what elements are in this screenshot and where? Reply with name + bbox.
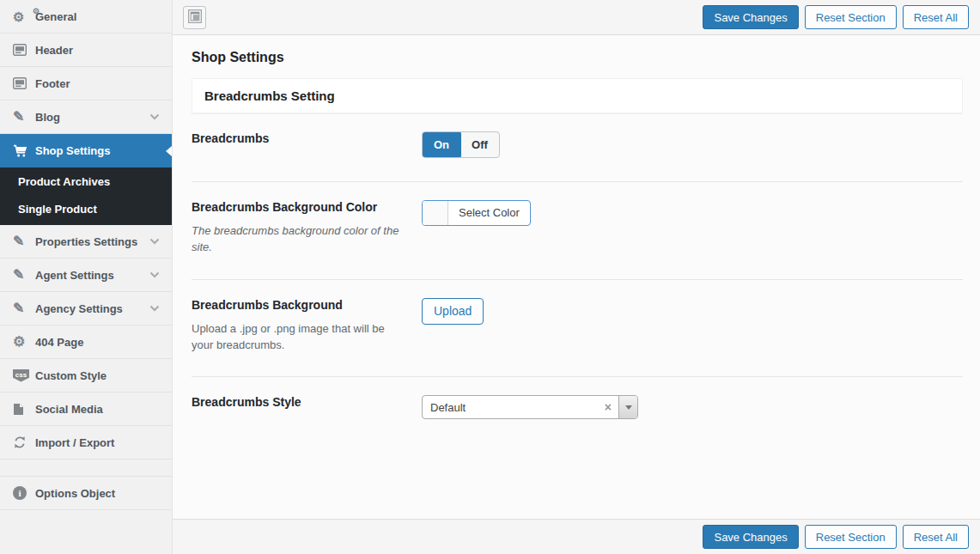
sidebar-filler	[0, 510, 172, 554]
field-description: Upload a .jpg or .png image that will be…	[192, 321, 405, 354]
gears-icon: ⚙⚙	[13, 10, 35, 23]
sidebar-item-blog[interactable]: ✎ Blog	[0, 100, 172, 134]
field-label-col: Breadcrumbs	[192, 131, 422, 158]
sidebar-item-agency-settings[interactable]: ✎ Agency Settings	[0, 292, 172, 326]
css-icon: css	[13, 369, 35, 382]
select-value: Default	[423, 401, 598, 414]
page-title: Shop Settings	[192, 50, 963, 65]
bottom-toolbar-actions: Save Changes Reset Section Reset All	[703, 525, 969, 549]
sidebar-item-label: Import / Export	[35, 436, 160, 449]
sidebar-item-options-object[interactable]: i Options Object	[0, 477, 172, 510]
field-label-col: Breadcrumbs Style	[192, 395, 422, 419]
clear-icon[interactable]: ×	[598, 400, 618, 414]
toggle-on-button[interactable]: On	[422, 131, 461, 158]
sidebar-item-label: Shop Settings	[35, 144, 160, 157]
field-control-col: On Off	[422, 131, 963, 158]
top-toolbar-actions: Save Changes Reset Section Reset All	[703, 5, 969, 29]
sidebar-subitem-label: Product Archives	[18, 175, 110, 188]
pencil-icon: ✎	[13, 301, 35, 315]
sidebar-item-label: Properties Settings	[35, 235, 149, 248]
info-icon: i	[13, 486, 35, 500]
field-row-style: Breadcrumbs Style Default ×	[192, 377, 963, 442]
field-control-col: Upload	[422, 298, 963, 354]
sidebar-subitem-product-archives[interactable]: Product Archives	[0, 167, 172, 195]
dropdown-arrow-button[interactable]	[618, 396, 637, 418]
select-color-button[interactable]: Select Color	[422, 200, 531, 226]
sidebar-item-general[interactable]: ⚙⚙ General	[0, 0, 172, 33]
sidebar-item-label: Agent Settings	[35, 269, 149, 282]
sidebar-item-shop-settings[interactable]: Shop Settings	[0, 134, 172, 167]
field-control-col: Default ×	[422, 395, 963, 419]
breadcrumbs-toggle: On Off	[422, 131, 500, 158]
breadcrumbs-style-select[interactable]: Default ×	[422, 395, 638, 419]
top-toolbar: Save Changes Reset Section Reset All	[173, 0, 980, 35]
section-title: Breadcrumbs Setting	[204, 88, 950, 103]
sidebar: ⚙⚙ General Header Footer ✎ Blog	[0, 0, 173, 554]
field-label: Breadcrumbs Style	[192, 395, 405, 409]
sidebar-item-label: Header	[35, 44, 160, 57]
sidebar-spacer	[0, 460, 172, 477]
shop-settings-submenu: Product Archives Single Product	[0, 167, 172, 225]
chevron-down-icon	[625, 405, 632, 410]
gear-icon: ⚙	[13, 335, 35, 349]
save-changes-button[interactable]: Save Changes	[703, 525, 798, 549]
reset-section-button[interactable]: Reset Section	[805, 525, 897, 549]
sidebar-item-properties-settings[interactable]: ✎ Properties Settings	[0, 225, 172, 259]
sidebar-item-label: Footer	[35, 77, 160, 90]
main-panel: Save Changes Reset Section Reset All Sho…	[173, 0, 980, 554]
reset-section-button[interactable]: Reset Section	[805, 5, 897, 29]
sidebar-item-import-export[interactable]: Import / Export	[0, 426, 172, 460]
field-label-col: Breadcrumbs Background Color The breadcr…	[192, 200, 422, 256]
sidebar-item-label: General	[35, 10, 160, 23]
sidebar-item-label: Social Media	[35, 403, 160, 416]
sidebar-item-social-media[interactable]: Social Media	[0, 393, 172, 426]
field-label: Breadcrumbs Background	[192, 298, 405, 312]
cart-icon	[13, 144, 35, 158]
page-icon	[13, 403, 35, 416]
chevron-down-icon	[149, 238, 160, 245]
toggle-off-button[interactable]: Off	[460, 132, 499, 157]
chevron-down-icon	[149, 305, 160, 312]
settings-content: Shop Settings Breadcrumbs Setting Breadc…	[173, 35, 980, 519]
field-control-col: Select Color	[422, 200, 963, 256]
sidebar-item-label: Blog	[35, 111, 149, 124]
sidebar-item-label: Custom Style	[35, 369, 160, 382]
pencil-icon: ✎	[13, 268, 35, 282]
chevron-down-icon	[149, 271, 160, 278]
pencil-icon: ✎	[13, 234, 35, 248]
field-label: Breadcrumbs	[192, 131, 405, 145]
sidebar-item-label: Agency Settings	[35, 302, 149, 315]
sidebar-item-agent-settings[interactable]: ✎ Agent Settings	[0, 259, 172, 292]
field-row-background: Breadcrumbs Background Upload a .jpg or …	[192, 280, 963, 378]
sync-icon	[13, 435, 35, 449]
sidebar-item-footer[interactable]: Footer	[0, 67, 172, 100]
screen-icon	[13, 77, 35, 89]
sidebar-item-404-page[interactable]: ⚙ 404 Page	[0, 326, 172, 359]
field-row-bg-color: Breadcrumbs Background Color The breadcr…	[192, 182, 963, 280]
field-row-breadcrumbs: Breadcrumbs On Off	[192, 113, 963, 182]
color-swatch	[423, 201, 448, 225]
sidebar-item-label: Options Object	[35, 487, 160, 500]
sidebar-item-header[interactable]: Header	[0, 33, 172, 67]
section-header: Breadcrumbs Setting	[192, 78, 963, 113]
layout-icon	[188, 9, 202, 26]
field-description: The breadcrumbs background color of the …	[192, 223, 405, 256]
theme-options-window: ⚙⚙ General Header Footer ✎ Blog	[0, 0, 980, 554]
screen-icon	[13, 44, 35, 56]
field-label-col: Breadcrumbs Background Upload a .jpg or …	[192, 298, 422, 354]
select-color-label: Select Color	[448, 201, 530, 225]
chevron-down-icon	[149, 113, 160, 120]
layout-toggle-button[interactable]	[183, 6, 206, 29]
sidebar-subitem-single-product[interactable]: Single Product	[0, 195, 172, 222]
field-label: Breadcrumbs Background Color	[192, 200, 405, 214]
reset-all-button[interactable]: Reset All	[903, 525, 969, 549]
save-changes-button[interactable]: Save Changes	[703, 5, 798, 29]
sidebar-item-custom-style[interactable]: css Custom Style	[0, 359, 172, 393]
bottom-toolbar: Save Changes Reset Section Reset All	[173, 519, 980, 554]
sidebar-item-label: 404 Page	[35, 336, 160, 349]
reset-all-button[interactable]: Reset All	[903, 5, 969, 29]
upload-button[interactable]: Upload	[422, 298, 484, 325]
sidebar-subitem-label: Single Product	[18, 203, 97, 216]
pencil-icon: ✎	[13, 110, 35, 124]
